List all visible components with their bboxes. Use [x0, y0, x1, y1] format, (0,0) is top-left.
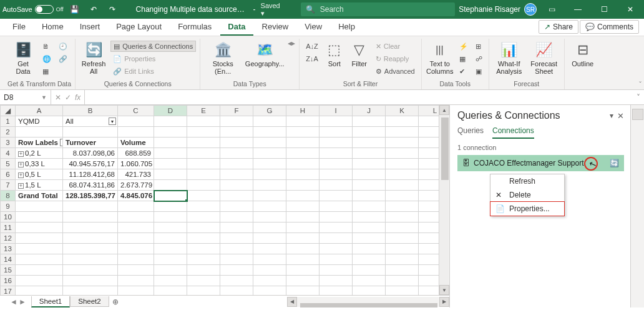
table-row[interactable]: 4+0,2 L8.037.098,06688.859 [1, 148, 439, 159]
cell[interactable]: 4.845.076 [118, 191, 154, 201]
cell[interactable] [118, 212, 154, 222]
cell[interactable] [63, 244, 118, 254]
cell[interactable] [63, 286, 118, 296]
tab-page-layout[interactable]: Page Layout [109, 19, 169, 36]
cell[interactable] [253, 286, 286, 296]
cell[interactable] [286, 159, 320, 169]
cell[interactable] [386, 254, 419, 265]
cell[interactable] [187, 127, 220, 138]
cell[interactable] [286, 233, 320, 244]
cell[interactable] [154, 286, 187, 296]
col-header[interactable]: D [154, 106, 187, 116]
cell[interactable] [187, 286, 220, 296]
edit-links-button[interactable]: 🔗 Edit Links [110, 66, 196, 77]
cell[interactable] [353, 254, 386, 265]
cell[interactable] [320, 148, 353, 159]
cell[interactable] [253, 254, 286, 265]
share-button[interactable]: ↗ Share [539, 20, 578, 34]
cell[interactable] [386, 127, 419, 138]
cell[interactable] [253, 222, 286, 233]
cell[interactable] [253, 244, 286, 254]
cell[interactable] [154, 148, 187, 159]
cell[interactable]: Grand Total [16, 191, 63, 201]
ctx-refresh[interactable]: Refresh [490, 174, 564, 188]
cell[interactable] [286, 180, 320, 191]
cell[interactable] [16, 265, 63, 276]
cell[interactable] [286, 254, 320, 265]
cell[interactable] [386, 180, 419, 191]
reapply-button[interactable]: ↻ Reapply [373, 53, 417, 64]
cell[interactable] [353, 169, 386, 180]
cell[interactable]: +1,5 L [16, 180, 63, 191]
cell[interactable]: 688.859 [118, 148, 154, 159]
cell[interactable] [419, 254, 439, 265]
row-header[interactable]: 2 [1, 127, 16, 138]
cell[interactable] [320, 159, 353, 169]
cell[interactable] [353, 222, 386, 233]
save-state[interactable]: Saved ▾ [261, 2, 285, 18]
connection-item[interactable]: 🗄 COJACO Effectmanager Support ↖ 🔄 [457, 155, 624, 171]
cell[interactable] [16, 212, 63, 222]
refresh-connection-icon[interactable]: 🔄 [610, 159, 619, 168]
scroll-up-icon[interactable]: ▲ [439, 105, 449, 115]
col-header[interactable]: K [386, 106, 419, 116]
cell[interactable] [154, 265, 187, 276]
cell[interactable]: 421.733 [118, 169, 154, 180]
cell[interactable]: +0,2 L [16, 148, 63, 159]
vertical-scrollbar[interactable]: ▲ ▼ [439, 105, 449, 295]
redo-icon[interactable]: ↷ [105, 1, 120, 18]
horizontal-scrollbar[interactable]: ◀ ▶ [287, 297, 449, 307]
data-validation-icon[interactable]: ✔ [457, 66, 471, 77]
expand-icon[interactable]: + [18, 151, 24, 157]
cell[interactable] [154, 180, 187, 191]
col-header[interactable]: L [419, 106, 439, 116]
table-row[interactable]: 8Grand Total128.185.398,774.845.076 [1, 191, 439, 201]
cell[interactable] [16, 222, 63, 233]
cell[interactable] [154, 233, 187, 244]
forecast-sheet-button[interactable]: 📈 Forecast Sheet [528, 39, 560, 75]
cell[interactable] [187, 159, 220, 169]
user-name[interactable]: Stephanie Risager [459, 5, 520, 14]
table-row[interactable]: 9 [1, 201, 439, 212]
pane-tab-connections[interactable]: Connections [492, 126, 534, 139]
cell[interactable] [419, 169, 439, 180]
cell[interactable] [320, 254, 353, 265]
cell[interactable] [118, 265, 154, 276]
row-header[interactable]: 7 [1, 180, 16, 191]
col-header[interactable]: E [187, 106, 220, 116]
cell[interactable] [419, 148, 439, 159]
cell[interactable] [353, 148, 386, 159]
cell[interactable] [286, 138, 320, 148]
save-icon[interactable]: 💾 [67, 1, 82, 18]
row-header[interactable]: 17 [1, 286, 16, 296]
cell[interactable] [353, 244, 386, 254]
pane-close-icon[interactable]: ✕ [617, 111, 624, 121]
row-header[interactable]: 3 [1, 138, 16, 148]
cell[interactable] [220, 116, 253, 127]
cell[interactable] [353, 127, 386, 138]
row-header[interactable]: 1 [1, 116, 16, 127]
col-header[interactable]: H [286, 106, 320, 116]
cell[interactable] [320, 116, 353, 127]
cell[interactable] [253, 265, 286, 276]
cell[interactable] [63, 127, 118, 138]
cell[interactable] [353, 212, 386, 222]
relationships-icon[interactable]: ☍ [473, 53, 485, 64]
cell[interactable] [353, 180, 386, 191]
cell[interactable] [386, 159, 419, 169]
sort-az-icon[interactable]: A↓Z [303, 41, 321, 52]
expand-icon[interactable]: + [18, 183, 24, 189]
cell[interactable] [16, 276, 63, 286]
table-row[interactable]: 1YQMDAll▼ [1, 116, 439, 127]
col-header[interactable]: F [220, 106, 253, 116]
cell[interactable] [353, 159, 386, 169]
cell[interactable] [320, 265, 353, 276]
cell[interactable] [253, 148, 286, 159]
cell[interactable] [320, 191, 353, 201]
text-to-columns-button[interactable]: ⫼ Text to Columns [426, 39, 454, 75]
expand-icon[interactable]: + [18, 172, 24, 178]
what-if-button[interactable]: 📊 What-If Analysis [493, 39, 525, 75]
cell[interactable] [419, 180, 439, 191]
stocks-button[interactable]: 🏛️ Stocks (En... [204, 39, 242, 75]
cell[interactable] [253, 169, 286, 180]
